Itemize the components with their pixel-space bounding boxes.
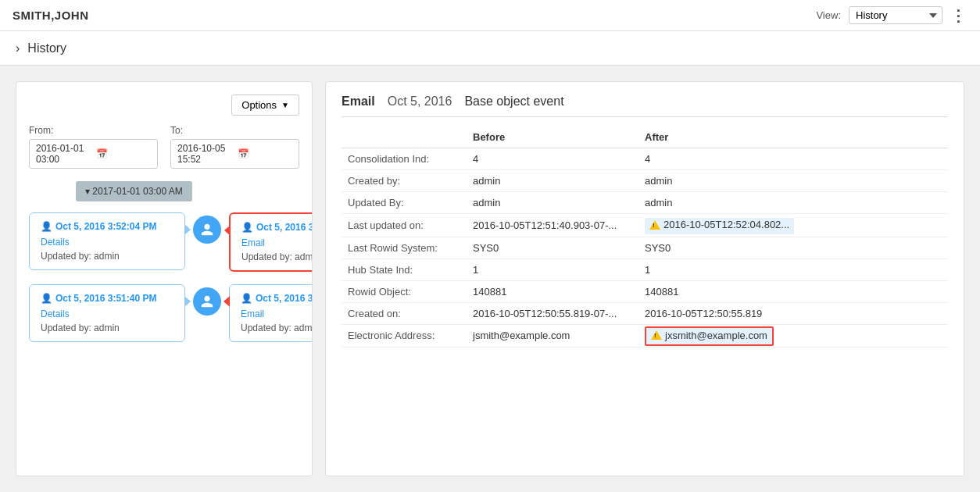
header-controls: View: History ⋮ [816,6,967,25]
event-type-link-1[interactable]: Email [241,237,313,248]
before-cell: SYS0 [467,237,638,258]
timeline-section: ▾ 2017-01-01 03:00 AM 👤 Oct 5, 2016 3:52… [29,181,299,342]
after-cell: 4 [638,148,948,170]
detail-header: Email Oct 5, 2016 Base object event [342,94,948,117]
view-select[interactable]: History [849,6,942,24]
left-panel: Options ▼ From: 2016-01-01 03:00 📅 To: 2… [16,81,313,476]
person-icon-right-2: 👤 [241,293,252,304]
warning-icon: jxsmith@example.com [651,330,767,341]
before-cell: 4 [467,148,638,170]
event-updated-by-1: Updated by: admin [41,251,173,262]
person-circle-icon-1 [200,223,214,237]
from-input-wrap: 2016-01-01 03:00 📅 [29,139,158,169]
timeline-circle-2[interactable] [193,287,221,316]
timeline-items: 👤 Oct 5, 2016 3:52:04 PM Details Updated… [29,212,299,342]
after-cell: admin [638,192,948,214]
after-cell: 2016-10-05T12:52:04.802... [638,214,948,237]
after-cell: admin [638,170,948,192]
table-row: Updated By:adminadmin [342,192,948,214]
event-right-timestamp-2: 👤 Oct 5, 2016 3:51:40 PM [241,293,313,304]
before-cell: 2016-10-05T12:50:55.819-07-... [467,302,638,324]
field-cell: Electronic Address: [342,324,467,348]
timeline-date-header[interactable]: ▾ 2017-01-01 03:00 AM [76,181,192,201]
table-row: Last Rowid System:SYS0SYS0 [342,237,948,258]
table-row: Hub State Ind:11 [342,258,948,280]
more-options-icon[interactable]: ⋮ [950,6,967,25]
field-cell: Created by: [342,170,467,192]
field-cell: Created on: [342,302,467,324]
event-right-timestamp-1: 👤 Oct 5, 2016 3:52:04 PM [241,222,313,233]
app-title: SMITH,JOHN [13,9,89,22]
detail-event: Base object event [464,94,563,109]
field-cell: Updated By: [342,192,467,214]
table-row: Electronic Address:jsmith@example.com jx… [342,324,948,348]
table-row: Created by:adminadmin [342,170,948,192]
person-icon: 👤 [41,221,52,232]
col-before-header: Before [467,127,638,148]
after-cell: SYS0 [638,237,948,258]
from-value: 2016-01-01 03:00 [36,143,91,165]
detail-type: Email [342,94,375,109]
options-button[interactable]: Options ▼ [231,94,299,116]
after-cell: 140881 [638,280,948,302]
event-card-left-1[interactable]: 👤 Oct 5, 2016 3:52:04 PM Details Updated… [29,212,185,270]
after-cell: jxsmith@example.com [638,324,948,348]
after-cell: 1 [638,258,948,280]
app-header: SMITH,JOHN View: History ⋮ [0,0,980,31]
table-row: Consolidation Ind:44 [342,148,948,170]
event-card-left-2[interactable]: 👤 Oct 5, 2016 3:51:40 PM Details Updated… [29,284,185,342]
right-panel: Email Oct 5, 2016 Base object event Befo… [325,81,964,476]
person-icon-2: 👤 [41,293,52,304]
field-cell: Rowid Object: [342,280,467,302]
before-cell: admin [467,192,638,214]
from-label: From: [29,125,158,136]
to-label: To: [170,125,299,136]
table-row: Created on:2016-10-05T12:50:55.819-07-..… [342,302,948,324]
to-value: 2016-10-05 15:52 [177,143,233,165]
detail-date: Oct 5, 2016 [388,94,452,109]
event-right-updated-by-2: Updated by: admin [241,323,313,333]
after-cell: 2016-10-05T12:50:55.819 [638,302,948,324]
from-filter-group: From: 2016-01-01 03:00 📅 [29,125,158,169]
event-right-updated-by-1: Updated by: admin [241,251,313,262]
event-timestamp-2: 👤 Oct 5, 2016 3:51:40 PM [41,293,173,304]
before-cell: 2016-10-05T12:51:40.903-07-... [467,214,638,237]
timeline-date-text: ▾ 2017-01-01 03:00 AM [85,186,183,197]
detail-table: Before After Consolidation Ind:44Created… [342,127,948,348]
event-card-right-2[interactable]: 👤 Oct 5, 2016 3:51:40 PM Email Updated b… [229,284,313,342]
before-cell: jsmith@example.com [467,324,638,348]
before-cell: 1 [467,258,638,280]
col-field-header [342,127,467,148]
before-cell: 140881 [467,280,638,302]
event-detail-link-1[interactable]: Details [41,237,173,248]
before-cell: admin [467,170,638,192]
to-calendar-icon[interactable]: 📅 [238,148,293,159]
to-filter-group: To: 2016-10-05 15:52 📅 [170,125,299,169]
person-icon-right: 👤 [241,222,253,233]
options-row: Options ▼ [29,94,299,116]
warning-icon: 2016-10-05T12:52:04.802... [649,219,789,230]
timeline-circle-1[interactable] [193,216,221,244]
event-timestamp-1: 👤 Oct 5, 2016 3:52:04 PM [41,221,173,232]
warning-triangle [649,220,660,230]
highlighted-after-value: jxsmith@example.com [645,326,774,346]
date-filters: From: 2016-01-01 03:00 📅 To: 2016-10-05 … [29,125,299,169]
highlighted-after-value: 2016-10-05T12:52:04.802... [645,218,794,234]
warning-triangle [651,330,662,340]
col-after-header: After [638,127,948,148]
field-cell: Consolidation Ind: [342,148,467,170]
timeline-row-2: 👤 Oct 5, 2016 3:51:40 PM Details Updated… [29,284,299,342]
person-circle-icon-2 [200,294,214,308]
timeline-row: 👤 Oct 5, 2016 3:52:04 PM Details Updated… [29,212,299,272]
event-type-link-2[interactable]: Email [241,308,313,319]
table-row: Last updated on:2016-10-05T12:51:40.903-… [342,214,948,237]
main-content: Options ▼ From: 2016-01-01 03:00 📅 To: 2… [0,66,980,492]
event-card-right-1[interactable]: 👤 Oct 5, 2016 3:52:04 PM Email Updated b… [229,212,313,272]
breadcrumb-label: History [27,41,66,55]
options-arrow-icon: ▼ [281,101,289,109]
table-row: Rowid Object:140881140881 [342,280,948,302]
field-cell: Hub State Ind: [342,258,467,280]
breadcrumb-expand-icon[interactable]: › [16,41,20,55]
from-calendar-icon[interactable]: 📅 [96,148,152,159]
event-detail-link-2[interactable]: Details [41,308,173,319]
